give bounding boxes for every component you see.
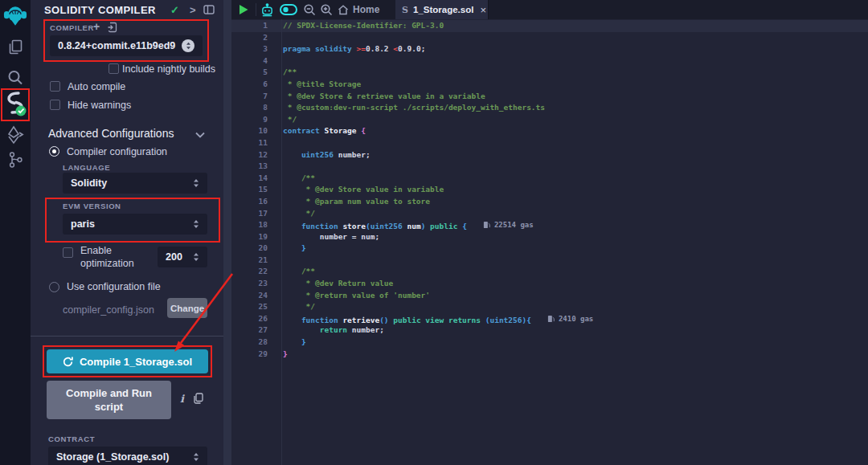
gas-estimate-badge: 22514 gas: [483, 219, 534, 231]
deploy-run-icon[interactable]: [0, 125, 31, 145]
chevron-right-icon[interactable]: >: [190, 4, 196, 16]
code-line[interactable]: 21: [231, 255, 868, 267]
panel-resize-handle[interactable]: [223, 0, 231, 465]
gas-pump-icon: [483, 221, 490, 229]
code-line[interactable]: 15 * @dev Store value in variable: [231, 184, 868, 196]
code-line[interactable]: 11: [231, 137, 868, 149]
line-number: 28: [231, 337, 268, 349]
editor-topbar: Home S 1_Storage.sol ×: [231, 0, 868, 19]
code-line[interactable]: 13: [231, 161, 868, 173]
copilot-toggle-icon[interactable]: [280, 0, 297, 19]
code-line[interactable]: 24 * @return value of 'number': [231, 290, 868, 302]
hide-warnings-label: Hide warnings: [68, 100, 131, 111]
line-number: 10: [231, 125, 268, 137]
home-tab[interactable]: Home: [338, 4, 379, 15]
solidity-compiler-icon[interactable]: [0, 90, 31, 117]
auto-compile-checkbox[interactable]: [50, 81, 60, 92]
import-version-icon[interactable]: [107, 22, 117, 36]
code-line[interactable]: 7 * @dev Store & retrieve value in a var…: [231, 91, 868, 103]
evm-version-select[interactable]: paris: [63, 214, 207, 235]
line-number: 26: [231, 313, 268, 325]
line-number: 5: [231, 67, 268, 79]
file-explorer-icon[interactable]: [0, 39, 31, 56]
enable-optimization-checkbox[interactable]: [63, 247, 73, 258]
language-select[interactable]: Solidity: [63, 173, 207, 194]
git-icon[interactable]: [0, 151, 31, 169]
gas-pump-icon: [547, 315, 555, 323]
code-line[interactable]: 8 * @custom:dev-run-script ./scripts/dep…: [231, 102, 868, 114]
line-number: 23: [231, 278, 268, 290]
line-number: 7: [231, 91, 268, 103]
code-line[interactable]: 20 }: [231, 243, 868, 255]
solidity-file-icon: S: [402, 5, 408, 15]
code-line[interactable]: 12 uint256 number;: [231, 149, 868, 161]
zoom-in-icon[interactable]: [320, 0, 333, 19]
line-number: 21: [231, 255, 268, 267]
code-line[interactable]: 25 */: [231, 301, 868, 313]
zoom-out-icon[interactable]: [303, 0, 316, 19]
solidity-compiler-panel: SOLIDITY COMPILER ✓ > COMPILER + 0.8.24+…: [31, 0, 223, 465]
chevron-down-icon[interactable]: [195, 127, 205, 141]
code-line[interactable]: 2: [231, 32, 868, 44]
contract-select[interactable]: Storage (1_Storage.sol): [48, 447, 207, 465]
config-file-name: compiler_config.json: [63, 304, 154, 316]
copy-icon[interactable]: [193, 393, 203, 407]
hide-warnings-checkbox[interactable]: [50, 100, 60, 110]
code-line[interactable]: 23 * @dev Return value: [231, 278, 868, 290]
line-number: 1: [231, 20, 268, 32]
use-config-file-radio[interactable]: [49, 282, 59, 292]
code-line[interactable]: 29}: [231, 349, 868, 361]
info-icon[interactable]: i: [180, 393, 184, 405]
close-tab-icon[interactable]: ×: [480, 4, 486, 16]
panel-divider: [31, 336, 223, 337]
line-number: 29: [231, 349, 268, 361]
nightly-builds-checkbox[interactable]: [108, 63, 119, 74]
tab-storage-sol[interactable]: S 1_Storage.sol ×: [395, 0, 489, 19]
code-line[interactable]: 6 * @title Storage: [231, 79, 868, 91]
code-line[interactable]: 27 return number;: [231, 324, 868, 337]
code-line[interactable]: 4: [231, 55, 868, 67]
line-number: 2: [231, 32, 268, 44]
change-config-button[interactable]: Change: [167, 298, 207, 318]
optimization-runs-input[interactable]: 200: [158, 247, 207, 267]
code-line[interactable]: 9 */: [231, 114, 868, 126]
advanced-configurations-header[interactable]: Advanced Configurations: [48, 127, 174, 140]
run-script-icon[interactable]: [238, 0, 249, 19]
use-config-file-label: Use configuration file: [67, 281, 161, 292]
evm-version-label: EVM VERSION: [63, 202, 121, 210]
line-number: 16: [231, 196, 268, 208]
code-line[interactable]: 10contract Storage {: [231, 125, 868, 137]
compile-button[interactable]: Compile 1_Storage.sol: [47, 349, 208, 373]
line-number: 6: [231, 79, 268, 91]
line-number: 25: [231, 301, 268, 313]
compiler-version-select[interactable]: 0.8.24+commit.e11b9ed9: [50, 35, 203, 56]
code-line[interactable]: 14 /**: [231, 173, 868, 185]
version-stepper-icon[interactable]: [182, 39, 194, 52]
compile-and-run-button[interactable]: Compile and Run script: [47, 381, 171, 419]
line-number: 18: [231, 219, 268, 231]
code-line[interactable]: 22 /**: [231, 266, 868, 278]
line-number: 11: [231, 137, 268, 149]
code-line[interactable]: 5/**: [231, 67, 868, 79]
code-line[interactable]: 3pragma solidity >=0.8.2 <0.9.0;: [231, 43, 868, 55]
code-line[interactable]: 1// SPDX-License-Identifier: GPL-3.0: [231, 20, 868, 32]
pin-panel-icon[interactable]: [203, 5, 215, 17]
ai-assistant-icon[interactable]: [260, 0, 274, 19]
code-editor[interactable]: 1// SPDX-License-Identifier: GPL-3.023pr…: [231, 19, 868, 465]
code-line[interactable]: 28 }: [231, 337, 868, 349]
stepper-icon: [193, 178, 199, 188]
code-line[interactable]: 18 function store(uint256 num) public {2…: [231, 219, 868, 231]
code-line[interactable]: 26 function retrieve() public view retur…: [231, 313, 868, 325]
tab-label: 1_Storage.sol: [413, 5, 473, 14]
compiler-configuration-label: Compiler configuration: [67, 146, 167, 157]
search-icon[interactable]: [0, 69, 31, 87]
code-line[interactable]: 19 number = num;: [231, 231, 868, 243]
code-line[interactable]: 17 */: [231, 208, 868, 220]
line-number: 20: [231, 243, 268, 255]
line-number: 12: [231, 149, 268, 161]
stepper-icon: [193, 219, 199, 229]
code-line[interactable]: 16 * @param num value to store: [231, 196, 868, 208]
add-version-icon[interactable]: +: [93, 20, 100, 33]
compiler-configuration-radio[interactable]: [49, 146, 59, 157]
activity-bar: [0, 0, 31, 465]
